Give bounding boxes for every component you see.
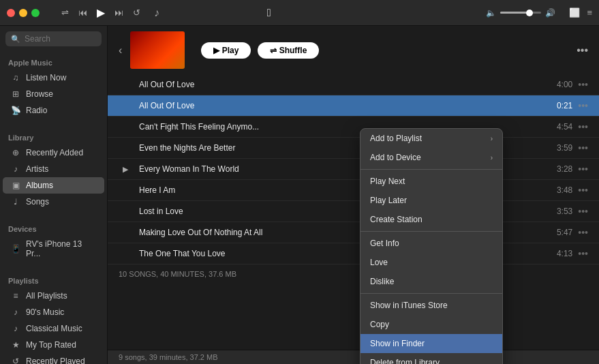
table-row[interactable]: All Out Of Love 0:21 •••: [108, 95, 599, 117]
transport-controls: ⇌ ⏮ ▶ ⏭ ↺: [61, 6, 140, 19]
song-title: All Out Of Love: [139, 101, 549, 110]
prev-icon[interactable]: ⏮: [78, 7, 87, 18]
playlists-section-label: Playlists: [0, 270, 107, 288]
lyrics-icon[interactable]: ⬜: [569, 7, 580, 18]
song-more-button[interactable]: •••: [578, 164, 588, 175]
sidebar-item-label: Radio: [26, 106, 47, 115]
library-section-label: Library: [0, 127, 107, 145]
context-add-to-playlist[interactable]: Add to Playlist ›: [360, 129, 502, 148]
sidebar-item-label: Songs: [26, 197, 49, 207]
song-more-button[interactable]: •••: [578, 227, 588, 238]
context-menu-label: Play Later: [370, 196, 407, 205]
sidebar-item-listen-now[interactable]: ♫ Listen Now: [3, 70, 104, 86]
artists-icon: ♪: [11, 164, 20, 174]
context-play-next[interactable]: Play Next: [360, 172, 502, 191]
sidebar: 🔍 Apple Music ♫ Listen Now ⊞ Browse 📡 Ra…: [0, 26, 108, 364]
table-row[interactable]: The One That You Love 4:13 •••: [108, 243, 599, 264]
more-button[interactable]: •••: [577, 44, 588, 57]
radio-icon: 📡: [11, 106, 20, 115]
content-header: ‹ ▶ Play ⇌ Shuffle •••: [108, 26, 599, 74]
sidebar-item-label: My Top Rated: [26, 340, 76, 350]
context-love[interactable]: Love: [360, 253, 502, 272]
context-get-info[interactable]: Get Info: [360, 234, 502, 253]
song-more-button[interactable]: •••: [578, 206, 588, 217]
now-playing-icon: ▶: [119, 165, 132, 174]
song-duration: 4:54: [549, 122, 572, 132]
song-more-button[interactable]: •••: [578, 185, 588, 196]
recently-played-icon: ↺: [11, 357, 20, 364]
volume-slider[interactable]: [500, 12, 541, 14]
sidebar-item-all-playlists[interactable]: ≡ All Playlists: [3, 288, 104, 304]
collapse-button[interactable]: ‹: [119, 44, 122, 57]
album-art: [130, 31, 185, 69]
table-row[interactable]: All Out Of Love 4:00 •••: [108, 74, 599, 95]
song-more-button[interactable]: •••: [578, 79, 588, 90]
play-pause-button[interactable]: ▶: [97, 6, 105, 19]
sidebar-item-label: Recently Added: [26, 148, 83, 157]
table-row[interactable]: Here I Am 3:48 •••: [108, 180, 599, 201]
song-list: All Out Of Love 4:00 ••• All Out Of Love…: [108, 74, 599, 350]
table-row[interactable]: Lost in Love 3:53 •••: [108, 201, 599, 222]
table-row[interactable]: Can't Fight This Feeling Anymo... 4:54 •…: [108, 117, 599, 138]
iphone-icon: 📱: [11, 244, 20, 254]
sidebar-item-albums[interactable]: ▣ Albums: [3, 177, 104, 194]
search-bar[interactable]: 🔍: [5, 31, 102, 46]
song-more-button[interactable]: •••: [578, 121, 588, 132]
song-duration: 3:48: [549, 185, 572, 195]
song-duration: 4:13: [549, 249, 572, 258]
search-input[interactable]: [25, 34, 96, 44]
traffic-lights: [7, 9, 40, 17]
sidebar-item-radio[interactable]: 📡 Radio: [3, 102, 104, 119]
chevron-right-icon: ›: [491, 154, 493, 162]
sidebar-item-label: All Playlists: [26, 291, 67, 301]
context-menu-label: Copy: [370, 320, 389, 329]
albums-icon: ▣: [11, 181, 20, 190]
minimize-button[interactable]: [19, 9, 27, 17]
volume-low-icon: 🔈: [486, 8, 496, 18]
sidebar-item-classical-music[interactable]: ♪ Classical Music: [3, 320, 104, 337]
context-menu-label: Create Station: [370, 215, 423, 224]
context-dislike[interactable]: Dislike: [360, 272, 502, 291]
sidebar-item-90s-music[interactable]: ♪ 90's Music: [3, 304, 104, 320]
song-duration: 3:28: [549, 164, 572, 174]
sidebar-item-label: Albums: [26, 181, 53, 190]
play-button[interactable]: ▶ Play: [201, 42, 251, 59]
titlebar-icons: ⬜ ≡: [569, 7, 592, 18]
sidebar-item-artists[interactable]: ♪ Artists: [3, 161, 104, 177]
queue-icon[interactable]: ≡: [587, 7, 592, 18]
sidebar-item-label: Recently Played: [26, 357, 85, 364]
context-menu-label: Get Info: [370, 239, 399, 248]
song-more-button[interactable]: •••: [578, 142, 588, 153]
song-more-button[interactable]: •••: [578, 248, 588, 259]
sidebar-item-recently-played[interactable]: ↺ Recently Played: [3, 353, 104, 364]
context-show-in-finder[interactable]: Show in Finder: [360, 334, 502, 353]
shuffle-icon[interactable]: ⇌: [61, 7, 69, 18]
context-copy[interactable]: Copy: [360, 315, 502, 334]
sidebar-item-browse[interactable]: ⊞ Browse: [3, 86, 104, 102]
apple-music-section-label: Apple Music: [0, 52, 107, 70]
sidebar-item-my-top-rated[interactable]: ★ My Top Rated: [3, 337, 104, 353]
table-row[interactable]: Making Love Out Of Nothing At All 5:47 •…: [108, 222, 599, 243]
context-add-to-device[interactable]: Add to Device ›: [360, 148, 502, 167]
table-row[interactable]: Even the Nights Are Better 3:59 •••: [108, 138, 599, 159]
music-note-icon: ♪: [154, 7, 159, 19]
context-menu-divider: [360, 231, 502, 232]
sidebar-item-songs[interactable]: ♩ Songs: [3, 194, 104, 210]
sidebar-item-recently-added[interactable]: ⊕ Recently Added: [3, 145, 104, 161]
close-button[interactable]: [7, 9, 15, 17]
sidebar-item-label: Classical Music: [26, 324, 82, 333]
maximize-button[interactable]: [31, 9, 40, 17]
context-play-later[interactable]: Play Later: [360, 191, 502, 210]
recently-added-icon: ⊕: [11, 148, 20, 157]
header-actions: ▶ Play ⇌ Shuffle: [201, 42, 319, 59]
shuffle-button[interactable]: ⇌ Shuffle: [258, 42, 319, 59]
repeat-icon[interactable]: ↺: [133, 7, 140, 18]
song-more-button[interactable]: •••: [578, 100, 588, 111]
next-icon[interactable]: ⏭: [114, 7, 123, 18]
context-create-station[interactable]: Create Station: [360, 210, 502, 229]
context-show-in-itunes[interactable]: Show in iTunes Store: [360, 296, 502, 315]
context-delete-from-library[interactable]: Delete from Library: [360, 353, 502, 364]
table-row[interactable]: ▶ Every Woman In The World 3:28 •••: [108, 159, 599, 180]
volume-high-icon: 🔊: [545, 8, 555, 18]
sidebar-item-iphone[interactable]: 📱 RV's iPhone 13 Pr...: [3, 236, 104, 262]
